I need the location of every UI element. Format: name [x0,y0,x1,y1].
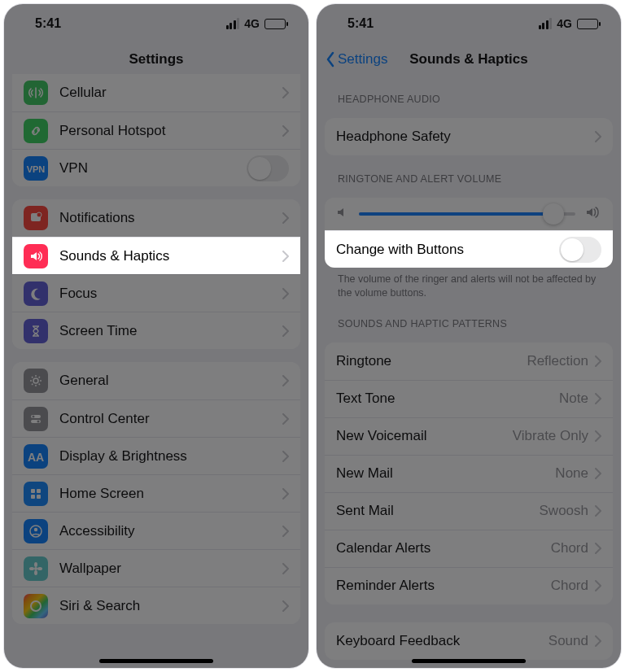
svg-point-2 [37,212,42,217]
status-right: 4G [539,17,598,30]
speaker-high-icon [585,206,601,222]
row-new-voicemail[interactable]: New VoicemailVibrate Only [325,417,613,455]
svg-rect-12 [37,495,41,499]
chevron-right-icon [595,356,601,367]
row-label: Sounds & Haptics [59,248,282,264]
row-label: General [59,373,282,389]
row-value: Chord [551,540,588,556]
chevron-right-icon [282,251,289,262]
chevron-left-icon [325,51,336,68]
person-icon [24,519,48,543]
row-general[interactable]: General [12,362,300,399]
row-wallpaper[interactable]: Wallpaper [12,549,300,587]
row-label: Screen Time [59,323,282,339]
row-homescreen[interactable]: Home Screen [12,474,300,512]
row-label: Home Screen [59,486,282,502]
row-display[interactable]: AADisplay & Brightness [12,437,300,474]
row-label: Headphone Safety [336,129,595,145]
row-label: Siri & Search [59,598,282,614]
row-value: Chord [551,578,588,594]
row-value: Note [559,391,588,407]
row-value: Sound [549,633,588,649]
settings-group: GeneralControl CenterAADisplay & Brightn… [12,362,300,624]
row-screentime[interactable]: Screen Time [12,312,300,349]
clock: 5:41 [347,16,374,31]
row-focus[interactable]: Focus [12,274,300,312]
svg-rect-9 [31,489,35,493]
group-keyboard: Keyboard Feedback Sound [325,622,613,660]
row-sounds[interactable]: Sounds & Haptics [12,237,300,274]
row-siri[interactable]: Siri & Search [12,587,300,624]
svg-text:AA: AA [28,451,44,464]
svg-point-7 [37,420,40,422]
row-new-mail[interactable]: New MailNone [325,455,613,492]
row-change-with-buttons[interactable]: Change with Buttons [325,230,613,268]
row-controlcenter[interactable]: Control Center [12,399,300,437]
row-label: Keyboard Feedback [336,633,549,649]
row-cellular[interactable]: Cellular [12,74,300,111]
row-label: VPN [59,160,247,177]
toggle-change-with-buttons[interactable] [559,237,601,263]
section-header-headphone: HEADPHONE AUDIO [338,94,600,105]
navbar: Settings Sounds & Haptics [317,43,621,76]
hourglass-icon [24,319,48,343]
page-title: Settings [129,51,183,68]
row-label: Ringtone [336,353,527,369]
row-label: Focus [59,286,282,302]
settings-screen: 5:41 4G Settings CellularPersonal Hotspo… [3,3,309,669]
row-reminder-alerts[interactable]: Reminder AlertsChord [325,567,613,604]
svg-point-15 [34,567,37,570]
footer-note: The volume of the ringer and alerts will… [338,273,600,300]
back-button[interactable]: Settings [325,51,387,68]
link-icon [24,119,48,143]
row-value: Vibrate Only [513,428,588,444]
svg-rect-11 [31,495,35,499]
svg-point-17 [34,570,37,575]
chevron-right-icon [282,451,289,462]
section-header-patterns: SOUNDS AND HAPTIC PATTERNS [338,318,600,329]
volume-slider[interactable] [359,212,575,216]
settings-group: NotificationsSounds & HapticsFocusScreen… [12,199,300,349]
page-title: Sounds & Haptics [409,51,527,68]
chevron-right-icon [282,488,289,500]
row-ringtone[interactable]: RingtoneReflection [325,343,613,380]
moon-icon [24,281,48,306]
chevron-right-icon [595,393,601,404]
row-volume-slider[interactable] [325,198,613,230]
home-indicator[interactable] [412,659,526,663]
row-keyboard-feedback[interactable]: Keyboard Feedback Sound [325,622,613,660]
aa-icon: AA [24,444,48,469]
row-label: Change with Buttons [336,242,559,258]
gear-icon [24,369,48,393]
row-label: New Voicemail [336,428,513,444]
toggle-vpn[interactable] [247,155,289,181]
svg-rect-10 [37,489,41,493]
chevron-right-icon [282,125,289,137]
row-sent-mail[interactable]: Sent MailSwoosh [325,492,613,530]
row-headphone-safety[interactable]: Headphone Safety [325,118,613,155]
network-label: 4G [244,17,260,30]
chevron-right-icon [282,212,289,224]
row-label: Sent Mail [336,503,540,519]
switches-icon [24,407,48,431]
chevron-right-icon [595,543,601,554]
row-hotspot[interactable]: Personal Hotspot [12,111,300,149]
sounds-list[interactable]: HEADPHONE AUDIO Headphone Safety RINGTON… [317,76,621,668]
row-vpn[interactable]: VPNVPN [12,149,300,186]
row-label: Text Tone [336,391,559,407]
settings-list[interactable]: CellularPersonal HotspotVPNVPNNotificati… [4,74,308,666]
row-calendar-alerts[interactable]: Calendar AlertsChord [325,530,613,567]
speaker-icon [24,244,48,268]
group-patterns: RingtoneReflectionText ToneNoteNew Voice… [325,343,613,604]
home-indicator[interactable] [99,659,213,663]
chevron-right-icon [595,505,601,517]
chevron-right-icon [282,325,289,337]
svg-point-3 [33,378,38,383]
chevron-right-icon [595,131,601,142]
row-notifications[interactable]: Notifications [12,199,300,237]
row-label: Cellular [59,85,282,101]
row-text-tone[interactable]: Text ToneNote [325,380,613,417]
row-accessibility[interactable]: Accessibility [12,512,300,549]
row-label: Control Center [59,411,282,427]
clock: 5:41 [35,16,61,31]
